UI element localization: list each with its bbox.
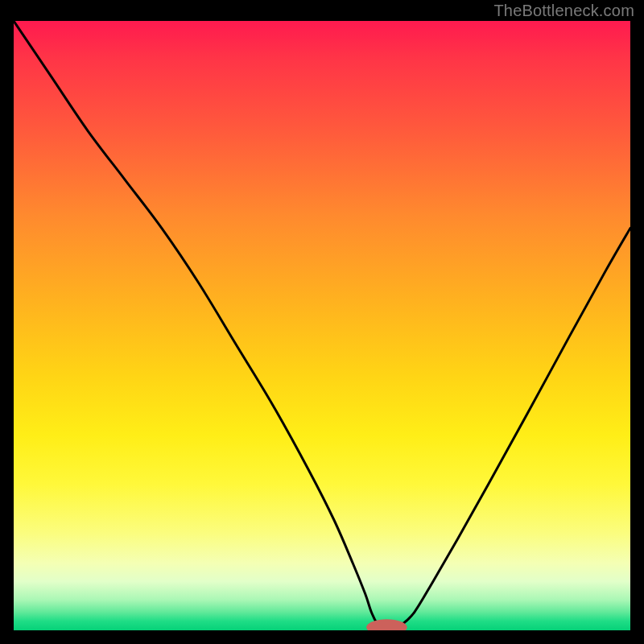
watermark-text: TheBottleneck.com [493,2,634,20]
optimal-marker [366,619,407,630]
chart-frame: TheBottleneck.com [0,0,644,644]
chart-svg [14,21,630,630]
bottleneck-curve [14,21,630,630]
plot-area [14,21,630,630]
